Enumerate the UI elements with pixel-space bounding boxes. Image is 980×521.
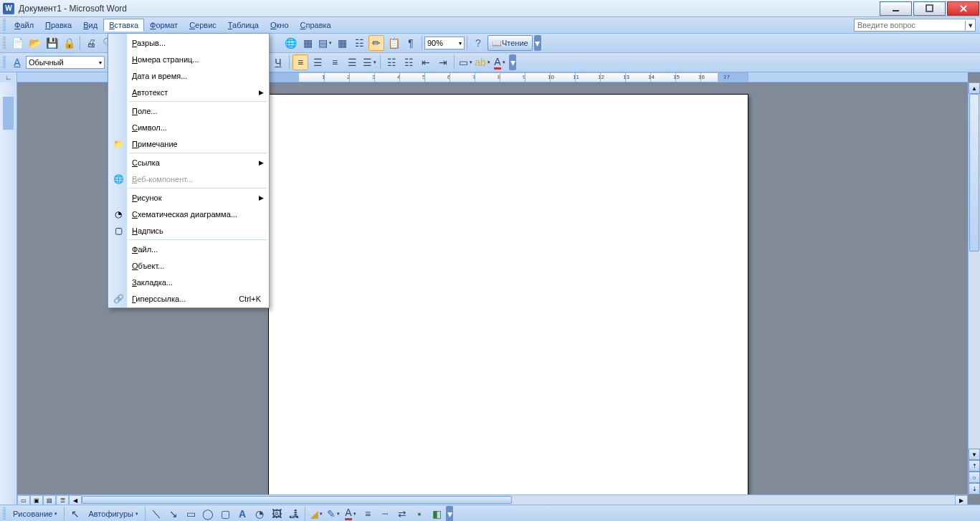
menu-item-0[interactable]: Разрыв... — [109, 34, 268, 51]
align-center-button[interactable]: ☰ — [310, 54, 325, 70]
diagram-button[interactable]: ◔ — [252, 506, 267, 522]
menu-item-1[interactable]: Номера страниц... — [109, 51, 268, 67]
align-left-button[interactable]: ≡ — [292, 54, 308, 70]
vertical-ruler[interactable] — [0, 82, 17, 505]
borders-button[interactable]: ▭ — [457, 54, 473, 70]
toolbar-options-button[interactable]: ▾ — [509, 54, 516, 70]
horizontal-scrollbar[interactable]: ▭ ▣ ▤ ☰ ◀ ▶ — [17, 494, 968, 505]
browse-object-icon[interactable]: ○ — [969, 472, 980, 483]
grip-icon[interactable] — [3, 56, 6, 69]
line-color-button[interactable]: ✎ — [325, 506, 341, 522]
print-view-button[interactable]: ▤ — [43, 495, 56, 505]
bulleted-list-button[interactable]: ☷ — [401, 54, 417, 70]
3d-button[interactable]: ◧ — [429, 506, 444, 522]
permission-button[interactable]: 🔒 — [61, 35, 77, 51]
textbox-button[interactable]: ▢ — [217, 506, 233, 522]
insert-table-button[interactable]: ▤ — [317, 35, 333, 51]
highlight-button[interactable]: ab — [475, 54, 490, 70]
horizontal-ruler[interactable]: 123456789101112131415161718 — [268, 72, 748, 82]
justify-button[interactable]: ☰ — [344, 54, 360, 70]
menu-item-3[interactable]: Автотекст▶ — [109, 84, 268, 100]
decrease-indent-button[interactable]: ⇤ — [418, 54, 434, 70]
picture-button[interactable]: 🏞 — [286, 506, 302, 522]
menu-файл[interactable]: Файл — [9, 19, 39, 32]
underline-button[interactable]: Ч — [270, 54, 286, 70]
close-button[interactable] — [947, 1, 979, 16]
show-marks-button[interactable]: ¶ — [403, 35, 419, 51]
line-spacing-button[interactable]: ☰ — [361, 54, 377, 70]
vertical-scrollbar[interactable]: ▲ ▼ ⇡ ○ ⇣ — [968, 82, 980, 494]
menu-item-7[interactable]: Ссылка▶ — [109, 154, 268, 171]
oval-button[interactable]: ◯ — [200, 506, 216, 522]
document-page[interactable] — [268, 94, 748, 494]
menu-таблица[interactable]: Таблица — [222, 19, 265, 32]
excel-button[interactable]: ▦ — [334, 35, 350, 51]
web-view-button[interactable]: ▣ — [30, 495, 43, 505]
help-question-box[interactable]: ▾ — [854, 19, 976, 32]
scroll-right-icon[interactable]: ▶ — [955, 495, 968, 505]
columns-button[interactable]: ☷ — [351, 35, 367, 51]
normal-view-button[interactable]: ▭ — [17, 495, 30, 505]
outline-view-button[interactable]: ☰ — [56, 495, 69, 505]
new-doc-button[interactable]: 📄 — [9, 35, 25, 51]
open-button[interactable]: 📂 — [27, 35, 42, 51]
font-color-button[interactable]: A — [343, 506, 358, 522]
shadow-button[interactable]: ▪ — [411, 506, 427, 522]
help-button[interactable]: ? — [470, 35, 486, 51]
scroll-down-icon[interactable]: ▼ — [969, 449, 980, 460]
menu-сервис[interactable]: Сервис — [184, 19, 222, 32]
line-style-button[interactable]: ≡ — [360, 506, 376, 522]
grip-icon[interactable] — [3, 37, 6, 49]
line-button[interactable]: ＼ — [148, 506, 164, 522]
menu-справка[interactable]: Справка — [295, 19, 337, 32]
menu-item-15[interactable]: 🔗Гиперссылка...Ctrl+K — [109, 290, 268, 307]
arrow-style-button[interactable]: ⇄ — [394, 506, 410, 522]
drawing-toolbar-button[interactable]: ✏ — [368, 35, 384, 51]
scroll-thumb[interactable] — [969, 94, 979, 252]
grip-icon[interactable] — [3, 19, 6, 32]
align-right-button[interactable]: ≡ — [327, 54, 343, 70]
zoom-combo[interactable]: 90%▾ — [424, 37, 465, 49]
doc-map-button[interactable]: 📋 — [386, 35, 401, 51]
menu-item-5[interactable]: Символ... — [109, 119, 268, 135]
hyperlink-button[interactable]: 🌐 — [282, 35, 298, 51]
minimize-button[interactable] — [880, 1, 912, 16]
hscroll-thumb[interactable] — [82, 496, 512, 504]
autoshapes-menu-button[interactable]: Автофигуры▾ — [84, 510, 143, 518]
menu-item-14[interactable]: Закладка... — [109, 274, 268, 290]
prev-page-icon[interactable]: ⇡ — [969, 460, 980, 472]
fill-color-button[interactable]: ◢ — [308, 506, 324, 522]
menu-item-11[interactable]: ▢Надпись — [109, 222, 268, 239]
style-combo[interactable]: Обычный▾ — [26, 56, 105, 69]
select-objects-button[interactable]: ↖ — [67, 506, 83, 522]
menu-item-6[interactable]: 📁Примечание — [109, 135, 268, 152]
increase-indent-button[interactable]: ⇥ — [435, 54, 451, 70]
reading-mode-button[interactable]: 📖 Чтение — [487, 35, 533, 51]
arrow-button[interactable]: ↘ — [166, 506, 181, 522]
menu-правка[interactable]: Правка — [39, 19, 77, 32]
tables-button[interactable]: ▦ — [300, 35, 315, 51]
clipart-button[interactable]: 🖼 — [269, 506, 285, 522]
reading-view-button[interactable]: ◀ — [69, 495, 82, 505]
menu-формат[interactable]: Формат — [144, 19, 184, 32]
dropdown-icon[interactable]: ▾ — [965, 21, 975, 30]
rectangle-button[interactable]: ▭ — [183, 506, 199, 522]
menu-item-4[interactable]: Поле... — [109, 102, 268, 119]
help-question-input[interactable] — [855, 21, 965, 29]
menu-item-2[interactable]: Дата и время... — [109, 67, 268, 84]
menu-item-10[interactable]: ◔Схематическая диаграмма... — [109, 206, 268, 222]
save-button[interactable]: 💾 — [44, 35, 60, 51]
menu-окно[interactable]: Окно — [265, 19, 295, 32]
menu-вставка[interactable]: Вставка — [103, 19, 144, 32]
toolbar-options-button[interactable]: ▾ — [534, 35, 541, 51]
menu-item-12[interactable]: Файл... — [109, 241, 268, 257]
scroll-up-icon[interactable]: ▲ — [969, 82, 980, 94]
menu-item-9[interactable]: Рисунок▶ — [109, 189, 268, 206]
print-button[interactable]: 🖨 — [83, 35, 99, 51]
font-color-button[interactable]: A — [492, 54, 508, 70]
wordart-button[interactable]: A — [234, 506, 250, 522]
dash-style-button[interactable]: ┈ — [377, 506, 393, 522]
menu-item-13[interactable]: Объект... — [109, 257, 268, 274]
toolbar-options-button[interactable]: ▾ — [446, 506, 453, 522]
numbered-list-button[interactable]: ☷ — [384, 54, 399, 70]
